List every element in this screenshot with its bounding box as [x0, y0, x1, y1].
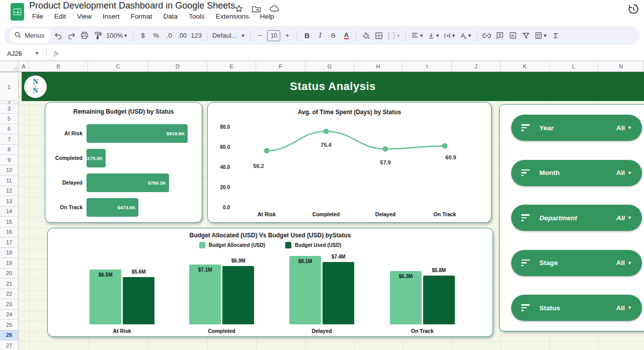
insert-link-button[interactable] — [481, 29, 493, 42]
row-header-8[interactable]: 8 — [0, 145, 18, 155]
search-menus-button[interactable]: Menus — [9, 29, 51, 43]
row-header-9[interactable]: 9 — [0, 155, 18, 165]
row-header-22[interactable]: 22 — [0, 289, 18, 300]
select-all-corner[interactable] — [0, 61, 19, 71]
font-family-select[interactable]: Defaul...▼ — [211, 29, 247, 42]
decrease-decimal-button[interactable]: .0 — [163, 29, 175, 42]
insert-chart-button[interactable] — [507, 29, 519, 42]
bold-button[interactable]: B — [301, 29, 313, 42]
strikethrough-button[interactable]: S — [327, 29, 339, 42]
column-header-J[interactable]: J — [452, 61, 501, 71]
row-header-16[interactable]: 16 — [0, 227, 18, 238]
paint-format-button[interactable] — [92, 29, 104, 42]
slicer-value-dropdown[interactable]: All▼ — [616, 214, 632, 222]
table-views-button[interactable]: ▼ — [533, 29, 549, 42]
row-header-27[interactable]: 27 — [0, 340, 18, 350]
menu-edit[interactable]: Edit — [51, 12, 69, 21]
decrease-font-size-button[interactable]: − — [254, 29, 266, 42]
column-header-C[interactable]: C — [88, 61, 148, 71]
menu-data[interactable]: Data — [160, 12, 181, 21]
column-header-K[interactable]: K — [501, 61, 549, 71]
insert-comment-button[interactable] — [494, 29, 506, 42]
format-percent-button[interactable]: % — [150, 29, 162, 42]
vertical-align-button[interactable]: ▼ — [426, 29, 441, 42]
column-header-B[interactable]: B — [29, 61, 88, 71]
cell-grid[interactable]: N t N Status Analysis Remaining Budget (… — [19, 73, 644, 350]
horizontal-align-button[interactable]: ▼ — [410, 29, 425, 42]
row-header-5[interactable]: 5 — [0, 114, 18, 124]
slicer-department[interactable]: DepartmentAll▼ — [511, 205, 642, 231]
menu-file[interactable]: File — [29, 12, 46, 21]
row-header-10[interactable]: 10 — [0, 165, 18, 176]
column-header-L[interactable]: L — [549, 61, 598, 71]
slicer-value-dropdown[interactable]: All▼ — [616, 259, 632, 267]
version-history-icon[interactable] — [627, 3, 640, 18]
text-wrapping-button[interactable]: ▼ — [442, 29, 457, 42]
slicer-status[interactable]: StatusAll▼ — [511, 295, 642, 321]
row-header-24[interactable]: 24 — [0, 310, 18, 320]
menu-tools[interactable]: Tools — [186, 12, 208, 21]
row-header-13[interactable]: 13 — [0, 196, 18, 207]
row-header-6[interactable]: 6 — [0, 124, 18, 135]
row-header-20[interactable]: 20 — [0, 269, 18, 279]
row-header-12[interactable]: 12 — [0, 186, 18, 197]
increase-font-size-button[interactable]: + — [281, 29, 293, 42]
row-header-23[interactable]: 23 — [0, 299, 18, 310]
menu-extensions[interactable]: Extensions — [213, 12, 252, 21]
more-formats-button[interactable]: 123 — [189, 29, 203, 42]
menu-format[interactable]: Format — [128, 12, 155, 21]
chart-avg-time-spent[interactable]: Avg. of Time Spent (Days) by Status 80.0… — [207, 102, 492, 223]
column-header-F[interactable]: F — [256, 61, 305, 71]
slicer-year[interactable]: YearAll▼ — [511, 115, 642, 141]
row-header-21[interactable]: 21 — [0, 279, 18, 289]
print-button[interactable] — [78, 29, 91, 42]
redo-button[interactable] — [65, 29, 77, 42]
bar-value-label: $6.5M — [90, 272, 121, 278]
column-header-E[interactable]: E — [207, 61, 256, 71]
borders-button[interactable] — [373, 29, 385, 42]
font-size-input[interactable]: 10 — [267, 30, 280, 41]
chart-remaining-budget[interactable]: Remaining Budget (USD) by Status At Risk… — [45, 102, 202, 223]
row-header-26[interactable]: 26 — [0, 330, 18, 341]
increase-decimal-button[interactable]: .00 — [176, 29, 188, 42]
menu-view[interactable]: View — [74, 12, 95, 21]
row-header-25[interactable]: 25 — [0, 320, 18, 330]
sheets-app-icon[interactable] — [11, 3, 24, 21]
document-title[interactable]: Product Development Dashboard in Google … — [29, 1, 235, 11]
bar-value-label: $175.0K — [85, 155, 103, 161]
slicer-value-dropdown[interactable]: All▼ — [616, 169, 632, 177]
menu-help[interactable]: Help — [257, 12, 277, 21]
row-header-1[interactable]: 1 — [0, 73, 18, 101]
name-box[interactable]: AJ26▼ — [0, 50, 43, 57]
column-header-N[interactable]: N — [598, 61, 644, 71]
functions-button[interactable]: Σ — [550, 29, 562, 42]
fill-color-button[interactable] — [360, 29, 372, 42]
italic-button[interactable]: I — [314, 29, 326, 42]
text-rotation-button[interactable]: ▼ — [458, 29, 473, 42]
row-header-15[interactable]: 15 — [0, 217, 18, 227]
row-header-19[interactable]: 19 — [0, 258, 18, 269]
row-header-18[interactable]: 18 — [0, 248, 18, 258]
column-header-G[interactable]: G — [305, 61, 354, 71]
column-header-H[interactable]: H — [354, 61, 403, 71]
row-header-14[interactable]: 14 — [0, 207, 18, 217]
slicer-month[interactable]: MonthAll▼ — [511, 160, 642, 186]
menu-insert[interactable]: Insert — [100, 12, 123, 21]
row-header-11[interactable]: 11 — [0, 176, 18, 186]
row-header-3[interactable]: 3 — [0, 104, 18, 114]
create-filter-button[interactable] — [520, 29, 532, 42]
text-color-button[interactable]: A — [340, 29, 352, 42]
column-header-A[interactable]: A — [19, 61, 29, 71]
chart-budget-allocated-vs-used[interactable]: Budget Allocated (USD) Vs Budget Used (U… — [47, 228, 493, 337]
row-header-17[interactable]: 17 — [0, 237, 18, 248]
slicer-value-dropdown[interactable]: All▼ — [616, 304, 632, 312]
format-currency-button[interactable]: $ — [137, 29, 149, 42]
column-header-D[interactable]: D — [148, 61, 207, 71]
slicer-stage[interactable]: StageAll▼ — [511, 250, 642, 276]
slicer-value-dropdown[interactable]: All▼ — [616, 124, 632, 132]
undo-button[interactable] — [52, 29, 64, 42]
zoom-select[interactable]: 100%▼ — [105, 29, 129, 42]
bar: $5.6M — [123, 277, 154, 324]
row-header-7[interactable]: 7 — [0, 134, 18, 145]
column-header-I[interactable]: I — [403, 61, 452, 71]
